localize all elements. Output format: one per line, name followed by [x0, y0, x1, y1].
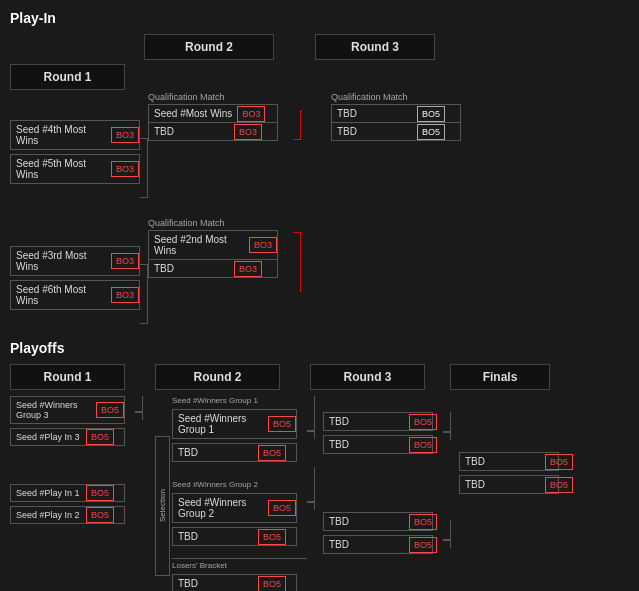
playoffs-r2-m2-t2: TBD BO5 [173, 528, 296, 545]
playoffs-r1-t4: Seed #Play In 2 BO5 [11, 507, 124, 523]
playoffs-r1-t2-name: Seed #Play In 3 [11, 429, 86, 445]
playoffs-r2-m1-t2-name: TBD [173, 444, 258, 461]
playoffs-r1-t1-bo: BO5 [96, 402, 124, 418]
conn3-gap [443, 440, 459, 520]
playin-r2-lower-t1: Seed #2nd Most Wins BO3 [149, 231, 277, 259]
playoffs-finals-hdr-wrap: Finals [450, 364, 560, 390]
playoffs-r3-m2-t2-bo: BO5 [409, 537, 437, 553]
playoffs-finals-hdr: Finals [450, 364, 550, 390]
playin-red-connector-lower [293, 232, 301, 292]
playoffs-r2-wg1-label: Seed #Winners Group 1 [172, 396, 307, 405]
playoffs-r2-area: Selection Seed #Winners Group 1 Seed #Wi… [155, 396, 307, 591]
playoffs-r1-hdr: Round 1 [10, 364, 125, 390]
playin-r1-lower-t2: Seed #6th Most Wins BO3 [11, 281, 139, 309]
playoffs-body: Seed #Winners Group 3 BO5 Seed #Play In … [10, 396, 629, 591]
playoffs-finals-t1-name: TBD [460, 453, 545, 470]
playin-r1-header: Round 1 [10, 64, 125, 90]
playin-r3-header: Round 3 [315, 34, 435, 60]
playoffs-r2-m1-t1-bo: BO5 [268, 416, 296, 432]
playoffs-r2-m1-t1: Seed #Winners Group 1 BO5 [173, 410, 296, 438]
playin-red-connector-upper [293, 110, 301, 140]
playoffs-r2-wg2-label: Seed #Winners Group 2 [172, 480, 307, 489]
playin-r3-t1-bo: BO5 [417, 106, 445, 122]
playoffs-r1-t3-bo: BO5 [86, 485, 114, 501]
playoffs-r3-m2-t2-box: TBD BO5 [323, 535, 433, 554]
playoffs-r3-m2-t1: TBD BO5 [324, 513, 432, 530]
playin-r2-t2-bo: BO3 [234, 124, 262, 140]
playoffs-r2-m2-t1-name: Seed #Winners Group 2 [173, 494, 268, 522]
playoffs-conn-r3-finals [443, 412, 459, 548]
playin-lower-r1-t2-bo: BO3 [111, 287, 139, 303]
playoffs-hdr-gap2 [290, 364, 310, 390]
playin-r1-t2-name: Seed #5th Most Wins [11, 155, 111, 183]
playin-r2-lower-label: Qualification Match [148, 218, 293, 228]
playin-r1-lower: Seed #3rd Most Wins BO3 Seed #6th Most W… [10, 246, 140, 310]
playoffs-r2-m2-t2-bo: BO5 [258, 529, 286, 545]
playoffs-r2-m2-t1-bo: BO5 [268, 500, 296, 516]
playoffs-title: Playoffs [10, 340, 629, 356]
playin-title: Play-In [10, 10, 629, 26]
conn3-tr2 [443, 540, 451, 548]
playin-lower-r1-t1-bo: BO3 [111, 253, 139, 269]
playin-upper-bracket: Seed #4th Most Wins BO3 Seed #5th Most W… [10, 92, 629, 198]
conn3-br2 [443, 520, 451, 540]
playin-upper-connector1 [140, 138, 148, 198]
playin-r1-lower-t1-row: Seed #3rd Most Wins BO3 [10, 246, 140, 276]
playoffs-r2-m2-t1: Seed #Winners Group 2 BO5 [173, 494, 296, 522]
playoffs-conn-r2-r3 [307, 396, 323, 510]
playoffs-r1-t4-box: Seed #Play In 2 BO5 [10, 506, 125, 524]
playoffs-r1-t3-box: Seed #Play In 1 BO5 [10, 484, 125, 502]
playin-r3-t2-bo: BO5 [417, 124, 445, 140]
playin-lower-r2-t1-bo: BO3 [249, 237, 277, 253]
playoffs-r2-lb1-t1-bo: BO5 [258, 576, 286, 592]
playin-r2-t2-name: TBD [149, 123, 234, 140]
playoffs-r3-m1-box: TBD BO5 [323, 412, 433, 431]
playoffs-r2-m1-t2: TBD BO5 [173, 444, 296, 461]
playoffs-finals-t1-bo: BO5 [545, 454, 573, 470]
playoffs-conn-r1-r2 [135, 396, 155, 420]
playin-r2-lower-t2: TBD BO3 [149, 259, 277, 277]
playoffs-r2-gap2 [172, 550, 307, 554]
playoffs-r1-t1-box: Seed #Winners Group 3 BO5 [10, 396, 125, 424]
playoffs-r2-lb1-t1-name: TBD [173, 575, 258, 591]
playin-r3-label: Qualification Match [331, 92, 441, 102]
playoffs-finals-t1-box: TBD BO5 [459, 452, 559, 471]
playin-r2-t1-name: Seed #Most Wins [149, 105, 237, 122]
playoffs-r2-gap1 [172, 466, 307, 476]
playoffs-r2-m1-box: Seed #Winners Group 1 BO5 [172, 409, 297, 439]
playoffs-r3-m2-t2: TBD BO5 [324, 536, 432, 553]
playin-r2-upper-label: Qualification Match [148, 92, 293, 102]
playin-r2-lower: Qualification Match Seed #2nd Most Wins … [148, 218, 293, 278]
conn3-br1 [443, 412, 451, 432]
playin-r3-header-wrap: Round 3 [315, 34, 435, 60]
conn2-br1 [307, 396, 315, 431]
playoffs-finals-t1: TBD BO5 [460, 453, 558, 470]
playoffs-r1-t2-bo: BO5 [86, 429, 114, 445]
playin-section: Play-In Round 2 Round 3 Round 1 Seed #4t… [10, 10, 629, 324]
playoffs-r1-t3-name: Seed #Play In 1 [11, 485, 86, 501]
playin-r2-t1-bo: BO3 [237, 106, 265, 122]
playin-r2-upper-match: Seed #Most Wins BO3 TBD BO3 [148, 104, 278, 141]
playin-r1-upper-team1: Seed #4th Most Wins BO3 [11, 121, 139, 149]
playin-r2-header: Round 2 [144, 34, 274, 60]
playoffs-r1-t1: Seed #Winners Group 3 BO5 [11, 397, 124, 423]
playin-r1-t1-name: Seed #4th Most Wins [11, 121, 111, 149]
playoffs-r2-hdr-wrap: Round 2 [155, 364, 290, 390]
playoffs-r1-hdr-wrap: Round 1 [10, 364, 135, 390]
playin-r1-upper: Seed #4th Most Wins BO3 Seed #5th Most W… [10, 120, 140, 184]
playoffs-hdr-gap3 [430, 364, 450, 390]
playoffs-hdr-gap1 [135, 364, 155, 390]
playoffs-r1-t4-name: Seed #Play In 2 [11, 507, 86, 523]
playin-r1-upper-team2-row: Seed #5th Most Wins BO3 [10, 154, 140, 184]
playoffs-r1-t2: Seed #Play In 3 BO5 [11, 429, 124, 445]
playoffs-r3-m1-t1: TBD BO5 [324, 413, 432, 430]
playoffs-r2-hdr: Round 2 [155, 364, 280, 390]
playoffs-r1-gap [10, 450, 135, 480]
playoffs-r3-m2-t2-name: TBD [324, 536, 409, 553]
playoffs-r1-t4-bo: BO5 [86, 507, 114, 523]
playin-r2-upper: Qualification Match Seed #Most Wins BO3 … [148, 92, 293, 141]
playoffs-r1-col: Seed #Winners Group 3 BO5 Seed #Play In … [10, 396, 135, 524]
playin-r3-t1: TBD BO5 [332, 105, 460, 122]
conn-top-tr [135, 412, 143, 420]
playoffs-finals-t2: TBD BO5 [460, 476, 558, 493]
